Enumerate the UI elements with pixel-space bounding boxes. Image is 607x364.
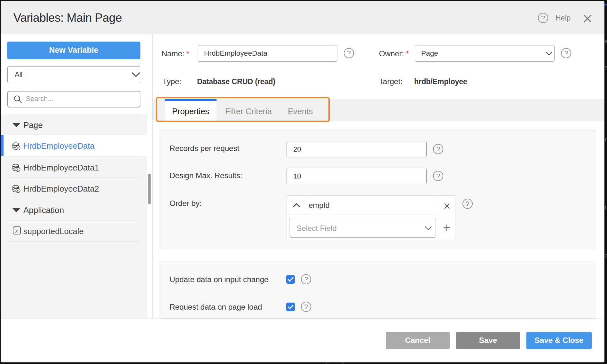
svg-text:x: x bbox=[17, 189, 19, 193]
svg-text:x: x bbox=[17, 146, 19, 150]
svg-text:x: x bbox=[17, 168, 19, 171]
svg-text:x: x bbox=[15, 228, 18, 233]
